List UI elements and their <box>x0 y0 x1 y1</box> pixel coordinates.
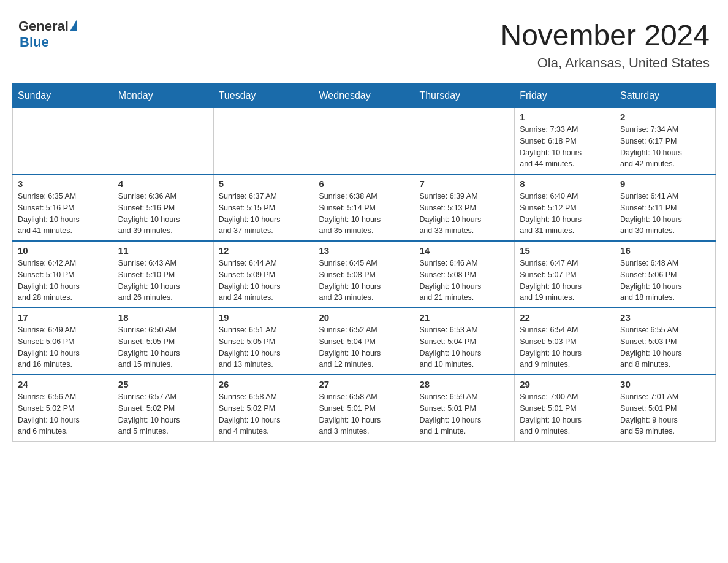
day-info: Sunrise: 6:50 AM Sunset: 5:05 PM Dayligh… <box>118 324 208 370</box>
calendar-cell: 12Sunrise: 6:44 AM Sunset: 5:09 PM Dayli… <box>213 241 314 308</box>
page-header: General Blue November 2024 Ola, Arkansas… <box>12 12 716 71</box>
day-number: 1 <box>520 112 610 122</box>
logo-general-text: General <box>18 18 69 34</box>
calendar-week-row: 17Sunrise: 6:49 AM Sunset: 5:06 PM Dayli… <box>13 308 716 375</box>
day-info: Sunrise: 6:53 AM Sunset: 5:04 PM Dayligh… <box>419 324 509 370</box>
weekday-header-tuesday: Tuesday <box>213 84 314 108</box>
day-info: Sunrise: 6:58 AM Sunset: 5:01 PM Dayligh… <box>319 391 409 437</box>
day-number: 19 <box>219 312 309 323</box>
title-section: November 2024 Ola, Arkansas, United Stat… <box>500 18 710 71</box>
calendar-cell: 14Sunrise: 6:46 AM Sunset: 5:08 PM Dayli… <box>414 241 515 308</box>
weekday-header-wednesday: Wednesday <box>314 84 414 108</box>
day-info: Sunrise: 6:41 AM Sunset: 5:11 PM Dayligh… <box>620 191 710 237</box>
logo: General Blue <box>18 18 77 50</box>
calendar-cell: 18Sunrise: 6:50 AM Sunset: 5:05 PM Dayli… <box>113 308 213 375</box>
day-info: Sunrise: 6:46 AM Sunset: 5:08 PM Dayligh… <box>419 258 509 304</box>
page-title: November 2024 <box>500 18 710 52</box>
day-number: 17 <box>18 312 108 323</box>
calendar-cell: 17Sunrise: 6:49 AM Sunset: 5:06 PM Dayli… <box>13 308 113 375</box>
calendar-cell: 24Sunrise: 6:56 AM Sunset: 5:02 PM Dayli… <box>13 375 113 442</box>
calendar-cell: 29Sunrise: 7:00 AM Sunset: 5:01 PM Dayli… <box>515 375 615 442</box>
calendar-cell: 23Sunrise: 6:55 AM Sunset: 5:03 PM Dayli… <box>615 308 716 375</box>
day-number: 4 <box>118 178 208 189</box>
calendar-cell: 6Sunrise: 6:38 AM Sunset: 5:14 PM Daylig… <box>314 174 414 241</box>
calendar-cell <box>113 108 213 175</box>
calendar-cell: 4Sunrise: 6:36 AM Sunset: 5:16 PM Daylig… <box>113 174 213 241</box>
calendar-week-row: 24Sunrise: 6:56 AM Sunset: 5:02 PM Dayli… <box>13 375 716 442</box>
calendar-cell: 3Sunrise: 6:35 AM Sunset: 5:16 PM Daylig… <box>13 174 113 241</box>
calendar-cell <box>13 108 113 175</box>
day-number: 28 <box>419 379 509 389</box>
day-info: Sunrise: 6:37 AM Sunset: 5:15 PM Dayligh… <box>219 191 309 237</box>
day-info: Sunrise: 6:39 AM Sunset: 5:13 PM Dayligh… <box>419 191 509 237</box>
calendar-cell: 8Sunrise: 6:40 AM Sunset: 5:12 PM Daylig… <box>515 174 615 241</box>
day-info: Sunrise: 6:56 AM Sunset: 5:02 PM Dayligh… <box>18 391 108 437</box>
day-info: Sunrise: 6:40 AM Sunset: 5:12 PM Dayligh… <box>520 191 610 237</box>
day-number: 24 <box>18 379 108 389</box>
weekday-header-thursday: Thursday <box>414 84 515 108</box>
calendar-cell <box>314 108 414 175</box>
calendar-cell: 11Sunrise: 6:43 AM Sunset: 5:10 PM Dayli… <box>113 241 213 308</box>
weekday-header-monday: Monday <box>113 84 213 108</box>
day-number: 8 <box>520 178 610 189</box>
day-number: 18 <box>118 312 208 323</box>
calendar-cell: 30Sunrise: 7:01 AM Sunset: 5:01 PM Dayli… <box>615 375 716 442</box>
calendar-cell: 26Sunrise: 6:58 AM Sunset: 5:02 PM Dayli… <box>213 375 314 442</box>
day-number: 25 <box>118 379 208 389</box>
day-number: 30 <box>620 379 710 389</box>
calendar-cell: 13Sunrise: 6:45 AM Sunset: 5:08 PM Dayli… <box>314 241 414 308</box>
day-number: 13 <box>319 245 409 256</box>
day-number: 5 <box>219 178 309 189</box>
calendar-cell: 2Sunrise: 7:34 AM Sunset: 6:17 PM Daylig… <box>615 108 716 175</box>
day-info: Sunrise: 7:34 AM Sunset: 6:17 PM Dayligh… <box>620 124 710 170</box>
day-number: 6 <box>319 178 409 189</box>
day-number: 27 <box>319 379 409 389</box>
day-number: 11 <box>118 245 208 256</box>
page-subtitle: Ola, Arkansas, United States <box>500 55 710 71</box>
calendar-cell <box>213 108 314 175</box>
day-info: Sunrise: 6:51 AM Sunset: 5:05 PM Dayligh… <box>219 324 309 370</box>
calendar-cell: 22Sunrise: 6:54 AM Sunset: 5:03 PM Dayli… <box>515 308 615 375</box>
day-number: 10 <box>18 245 108 256</box>
day-info: Sunrise: 6:43 AM Sunset: 5:10 PM Dayligh… <box>118 258 208 304</box>
day-number: 23 <box>620 312 710 323</box>
day-number: 3 <box>18 178 108 189</box>
logo-blue-text: Blue <box>20 34 49 50</box>
day-info: Sunrise: 6:57 AM Sunset: 5:02 PM Dayligh… <box>118 391 208 437</box>
calendar-cell: 20Sunrise: 6:52 AM Sunset: 5:04 PM Dayli… <box>314 308 414 375</box>
day-info: Sunrise: 6:44 AM Sunset: 5:09 PM Dayligh… <box>219 258 309 304</box>
day-info: Sunrise: 6:47 AM Sunset: 5:07 PM Dayligh… <box>520 258 610 304</box>
calendar-cell: 5Sunrise: 6:37 AM Sunset: 5:15 PM Daylig… <box>213 174 314 241</box>
day-number: 22 <box>520 312 610 323</box>
weekday-header-saturday: Saturday <box>615 84 716 108</box>
calendar-cell: 15Sunrise: 6:47 AM Sunset: 5:07 PM Dayli… <box>515 241 615 308</box>
day-info: Sunrise: 6:58 AM Sunset: 5:02 PM Dayligh… <box>219 391 309 437</box>
calendar-week-row: 3Sunrise: 6:35 AM Sunset: 5:16 PM Daylig… <box>13 174 716 241</box>
day-info: Sunrise: 6:42 AM Sunset: 5:10 PM Dayligh… <box>18 258 108 304</box>
weekday-header-sunday: Sunday <box>13 84 113 108</box>
day-number: 2 <box>620 112 710 122</box>
calendar-week-row: 1Sunrise: 7:33 AM Sunset: 6:18 PM Daylig… <box>13 108 716 175</box>
day-number: 16 <box>620 245 710 256</box>
day-info: Sunrise: 6:35 AM Sunset: 5:16 PM Dayligh… <box>18 191 108 237</box>
day-info: Sunrise: 6:48 AM Sunset: 5:06 PM Dayligh… <box>620 258 710 304</box>
calendar-cell: 16Sunrise: 6:48 AM Sunset: 5:06 PM Dayli… <box>615 241 716 308</box>
calendar-cell: 27Sunrise: 6:58 AM Sunset: 5:01 PM Dayli… <box>314 375 414 442</box>
day-info: Sunrise: 6:36 AM Sunset: 5:16 PM Dayligh… <box>118 191 208 237</box>
day-info: Sunrise: 6:54 AM Sunset: 5:03 PM Dayligh… <box>520 324 610 370</box>
calendar-header-row: SundayMondayTuesdayWednesdayThursdayFrid… <box>13 84 716 108</box>
day-info: Sunrise: 6:38 AM Sunset: 5:14 PM Dayligh… <box>319 191 409 237</box>
day-info: Sunrise: 6:45 AM Sunset: 5:08 PM Dayligh… <box>319 258 409 304</box>
day-number: 15 <box>520 245 610 256</box>
day-number: 9 <box>620 178 710 189</box>
day-number: 20 <box>319 312 409 323</box>
day-info: Sunrise: 6:55 AM Sunset: 5:03 PM Dayligh… <box>620 324 710 370</box>
day-info: Sunrise: 6:52 AM Sunset: 5:04 PM Dayligh… <box>319 324 409 370</box>
calendar-cell: 21Sunrise: 6:53 AM Sunset: 5:04 PM Dayli… <box>414 308 515 375</box>
calendar-cell: 10Sunrise: 6:42 AM Sunset: 5:10 PM Dayli… <box>13 241 113 308</box>
day-info: Sunrise: 6:49 AM Sunset: 5:06 PM Dayligh… <box>18 324 108 370</box>
calendar-cell: 1Sunrise: 7:33 AM Sunset: 6:18 PM Daylig… <box>515 108 615 175</box>
day-info: Sunrise: 7:33 AM Sunset: 6:18 PM Dayligh… <box>520 124 610 170</box>
calendar-table: SundayMondayTuesdayWednesdayThursdayFrid… <box>12 83 716 442</box>
day-number: 7 <box>419 178 509 189</box>
